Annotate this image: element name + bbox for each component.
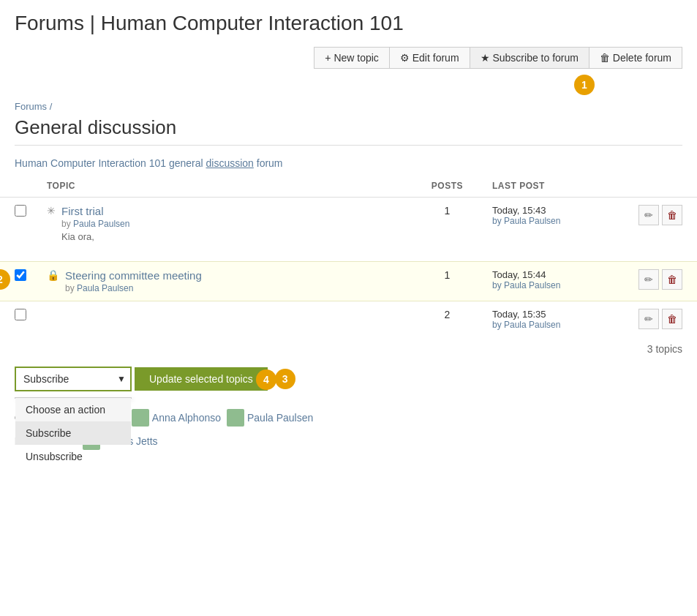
topic-cell (32, 301, 417, 338)
step-badge-4: 4 (256, 369, 276, 390)
delete-forum-button[interactable]: 🗑 Delete forum (589, 47, 682, 69)
delete-topic-icon[interactable]: 🗑 (662, 309, 682, 329)
topic-posts: 1 (417, 262, 478, 301)
action-dropdown-wrap: Choose an action Subscribe Unsubscribe S… (15, 367, 132, 391)
topics-table: TOPIC POSTS LAST POST ✳ First trial by P… (0, 175, 697, 337)
topic-actions: ✏ 🗑 (624, 262, 697, 301)
topic-lastpost: Today, 15:43 by Paula Paulsen (478, 198, 624, 262)
lastpost-author: by Paula Paulsen (492, 320, 609, 330)
topics-count: 3 topics (0, 337, 697, 361)
topics-tbody: ✳ First trial by Paula Paulsen Kia ora, … (0, 198, 697, 338)
lock-icon: 🔒 (47, 269, 59, 281)
subscribe-forum-button[interactable]: ★ Subscribe to forum (470, 47, 589, 69)
lastpost-time: Today, 15:44 (492, 269, 609, 280)
page-header: Forums | Human Computer Interaction 101 (0, 0, 697, 41)
badge-1-row: 1 (0, 75, 697, 95)
lastpost-author-link[interactable]: Paula Paulsen (504, 320, 560, 330)
lastpost-author-link[interactable]: Paula Paulsen (504, 216, 560, 226)
step-badge-2: 2 (0, 269, 10, 290)
topics-table-head: TOPIC POSTS LAST POST (0, 175, 697, 198)
delete-topic-icon[interactable]: 🗑 (662, 205, 682, 225)
forum-description: Human Computer Interaction 101 general d… (0, 146, 697, 175)
edit-forum-button[interactable]: ⚙ Edit forum (389, 47, 470, 69)
col-check (0, 175, 32, 198)
page-title: Forums | Human Computer Interaction 101 (15, 12, 682, 35)
update-selected-button[interactable]: Update selected topics (135, 367, 268, 391)
row-checkbox-cell: 2 (0, 262, 32, 301)
breadcrumb-separator: / (50, 101, 53, 112)
lastpost-author-link[interactable]: Paula Paulsen (504, 280, 560, 290)
row-checkbox-cell (0, 198, 32, 262)
bottom-bar: Choose an action Subscribe Unsubscribe S… (15, 367, 682, 391)
topic-cell: 🔒 Steering committee meeting by Paula Pa… (32, 262, 417, 301)
col-lastpost: LAST POST (478, 175, 624, 198)
row-checkbox[interactable] (15, 309, 26, 320)
breadcrumb-forums-link[interactable]: Forums (15, 101, 47, 112)
table-row: 2 Today, 15:35 by Paula Paulsen ✏ 🗑 (0, 301, 697, 338)
topic-posts: 2 (417, 301, 478, 338)
action-select[interactable]: Choose an action Subscribe Unsubscribe S… (15, 367, 132, 391)
topic-actions: ✏ 🗑 (624, 301, 697, 338)
topic-lastpost: Today, 15:35 by Paula Paulsen (478, 301, 624, 338)
toolbar: + New topic ⚙ Edit forum ★ Subscribe to … (0, 41, 697, 75)
edit-topic-icon[interactable]: ✏ (638, 309, 659, 329)
dropdown-item-unsubscribe[interactable]: Unsubscribe (15, 445, 131, 462)
bottom-actions-area: Choose an action Subscribe Unsubscribe S… (0, 361, 697, 397)
admin-item-1: Anna Alphonso (132, 409, 221, 427)
dropdown-item-header[interactable]: Choose an action (15, 398, 131, 421)
topic-author: by Paula Paulsen (65, 283, 202, 293)
admin-link-2[interactable]: Paula Paulsen (247, 412, 313, 424)
topic-title-link[interactable]: Steering committee meeting (65, 269, 202, 282)
delete-topic-icon[interactable]: 🗑 (662, 269, 682, 290)
topic-star-icon: ✳ (47, 205, 56, 217)
lastpost-author: by Paula Paulsen (492, 216, 609, 226)
col-actions (624, 175, 697, 198)
step-badge-1: 1 (574, 75, 595, 95)
author-link[interactable]: Paula Paulsen (73, 219, 129, 229)
forum-desc-link[interactable]: discussion (206, 157, 253, 169)
new-topic-button[interactable]: + New topic (314, 47, 389, 69)
table-row: 2 🔒 Steering committee meeting by Paula … (0, 262, 697, 301)
step-badge-3: 3 (275, 369, 295, 389)
lastpost-author: by Paula Paulsen (492, 280, 609, 290)
forum-desc-pre: Human Computer Interaction 101 general (15, 157, 206, 169)
lastpost-time: Today, 15:43 (492, 205, 609, 216)
row-checkbox[interactable] (15, 205, 26, 217)
topic-lastpost: Today, 15:44 by Paula Paulsen (478, 262, 624, 301)
action-dropdown-menu: Choose an action Subscribe Unsubscribe S… (15, 397, 132, 399)
breadcrumb: Forums / (0, 95, 697, 113)
topic-actions: ✏ 🗑 (624, 198, 697, 262)
table-row: ✳ First trial by Paula Paulsen Kia ora, … (0, 198, 697, 262)
forum-desc-post: forum (254, 157, 283, 169)
dropdown-item-subscribe[interactable]: Subscribe (15, 421, 131, 445)
topic-posts: 1 (417, 198, 478, 262)
edit-topic-icon[interactable]: ✏ (638, 205, 659, 225)
lastpost-time: Today, 15:35 (492, 309, 609, 320)
col-posts: POSTS (417, 175, 478, 198)
row-checkbox[interactable] (15, 269, 26, 281)
row-checkbox-cell (0, 301, 32, 338)
admin-item-2: Paula Paulsen (227, 409, 313, 427)
topic-title-link[interactable]: First trial (61, 205, 104, 217)
topic-preview: Kia ora, (61, 231, 129, 242)
admin-avatar-1 (132, 409, 149, 427)
topic-author: by Paula Paulsen (61, 219, 129, 229)
forum-title: General discussion (0, 113, 697, 145)
col-topic: TOPIC (32, 175, 417, 198)
edit-topic-icon[interactable]: ✏ (638, 269, 659, 290)
admin-avatar-2 (227, 409, 244, 427)
author-link[interactable]: Paula Paulsen (77, 283, 133, 293)
admin-link-1[interactable]: Anna Alphonso (152, 412, 221, 424)
topic-cell: ✳ First trial by Paula Paulsen Kia ora, (32, 198, 417, 262)
